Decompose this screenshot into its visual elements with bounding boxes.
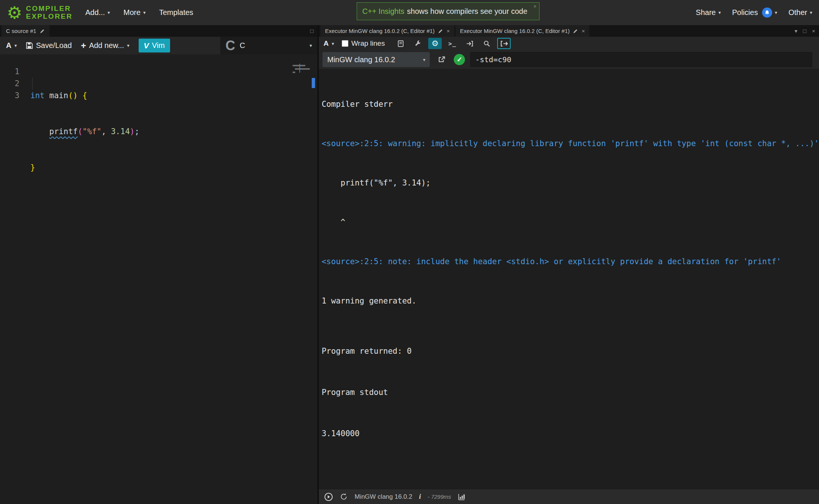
rename-pencil-icon[interactable]: [40, 28, 45, 34]
token-indent: [30, 127, 49, 136]
stdin-sign-in-icon[interactable]: [463, 38, 476, 49]
main-layout: C source #1 □ A ▾ Save/Load: [0, 25, 819, 504]
token-bracket: (): [68, 91, 78, 100]
compiler-options-input[interactable]: [470, 52, 812, 67]
tab-title: Executor MinGW clang 16.0.2 (C, Editor #…: [460, 28, 570, 34]
chevron-down-icon: ▾: [332, 41, 334, 46]
menu-templates-label: Templates: [159, 8, 193, 17]
run-play-icon[interactable]: [324, 492, 333, 501]
notification-text: shows how compilers see your code: [407, 7, 527, 16]
language-selector[interactable]: C C ▾: [220, 37, 317, 54]
stderr-caret-line: ^: [321, 216, 819, 229]
minimap-cursor: [299, 64, 300, 73]
code-line-2: printf("%f", 3.14);: [30, 126, 284, 138]
line-number: 3: [0, 90, 19, 102]
tab-executor-1[interactable]: Executor MinGW clang 16.0.2 (C, Editor #…: [320, 25, 454, 37]
token-semicolon: ;: [135, 127, 139, 136]
terminal-icon[interactable]: >_: [445, 38, 459, 49]
wrap-lines-label: Wrap lines: [351, 39, 385, 48]
menu-more[interactable]: More ▾: [124, 8, 146, 17]
menu-policies[interactable]: Policies ▾: [732, 7, 777, 18]
chevron-down-icon: ▾: [309, 43, 312, 48]
close-icon[interactable]: ×: [812, 28, 815, 34]
line-number-gutter[interactable]: 1 2 3: [0, 66, 19, 102]
minimap[interactable]: [293, 65, 309, 80]
refresh-icon[interactable]: [340, 493, 348, 501]
line-number: 2: [0, 78, 19, 90]
notification-close-icon[interactable]: ×: [534, 3, 537, 9]
save-load-button[interactable]: Save/Load: [26, 41, 72, 50]
logo-text: COMPILER EXPLORER: [26, 5, 73, 21]
open-output-sign-out-icon[interactable]: [497, 38, 511, 49]
executor-window-controls: ▾ □ ×: [795, 25, 819, 37]
info-icon[interactable]: i: [419, 493, 421, 501]
options-wrench-icon[interactable]: [411, 38, 424, 49]
font-size-label: A: [6, 41, 11, 50]
menu-other-label: Other: [788, 8, 807, 17]
menu-share[interactable]: Share ▾: [696, 8, 721, 17]
libraries-book-icon[interactable]: [394, 38, 407, 49]
stdout-heading: Program stdout: [321, 385, 819, 400]
notification-banner: C++ Insights shows how compilers see you…: [357, 2, 540, 20]
tab-close-icon[interactable]: ×: [447, 28, 450, 34]
menu-templates[interactable]: Templates: [159, 8, 193, 17]
tab-title: C source #1: [6, 28, 36, 34]
timing-chart-icon[interactable]: [458, 493, 465, 501]
stderr-source-line: printf("%f", 3.14);: [321, 176, 819, 190]
wrap-lines-checkbox[interactable]: Wrap lines: [342, 39, 385, 48]
compile-time: - 7299ms: [428, 494, 451, 500]
notification-link[interactable]: C++ Insights: [362, 7, 404, 16]
compiler-selector[interactable]: MinGW clang 16.0.2 ▾: [323, 52, 430, 67]
vim-label: Vim: [152, 41, 165, 50]
token-bracket: (: [78, 127, 82, 136]
tab-close-icon[interactable]: ×: [581, 28, 585, 34]
overrides-gears-icon[interactable]: ⚙: [428, 38, 442, 49]
stderr-heading: Compiler stderr: [321, 98, 819, 111]
menu-share-label: Share: [696, 8, 716, 17]
executor-output: Compiler stderr <source>:2:5: warning: i…: [319, 69, 819, 489]
maximize-icon[interactable]: □: [803, 28, 806, 34]
search-icon[interactable]: [480, 38, 493, 49]
tab-c-source-1[interactable]: C source #1: [1, 25, 49, 37]
code-editor[interactable]: 1 2 3 int main() { printf("%f", 3.14); }: [0, 54, 317, 504]
navbar-right: Share ▾ Policies ▾ Other ▾: [684, 7, 812, 18]
tab-executor-2[interactable]: Executor MinGW clang 16.0.2 (C, Editor #…: [456, 25, 589, 37]
menu-other[interactable]: Other ▾: [788, 8, 812, 17]
compiler-explorer-logo[interactable]: ⚙ COMPILER EXPLORER: [7, 4, 73, 21]
executor-toolbar: A ▾ Wrap lines ⚙ >_: [319, 37, 819, 50]
editor-pane: C source #1 □ A ▾ Save/Load: [0, 25, 317, 504]
token-bracket: {: [82, 91, 87, 100]
token-comma: ,: [102, 127, 111, 136]
chevron-down-icon: ▾: [423, 57, 426, 63]
executor-statusbar: MinGW clang 16.0.2 i - 7299ms: [319, 489, 819, 504]
chevron-down-icon: ▾: [775, 10, 777, 15]
add-new-button[interactable]: + Add new... ▾: [81, 40, 130, 51]
font-size-button[interactable]: A ▾: [6, 41, 17, 50]
tab-row-spacer: [51, 25, 310, 37]
token-bracket: ): [130, 127, 135, 136]
open-in-new-window-icon[interactable]: [435, 54, 448, 65]
compiler-row: MinGW clang 16.0.2 ▾ ✓: [319, 50, 819, 69]
token-identifier: main: [49, 91, 69, 100]
rename-pencil-icon[interactable]: [573, 28, 578, 34]
editor-toolbar: A ▾ Save/Load + Add new... ▾ V Vim C C: [0, 37, 317, 54]
code-content[interactable]: int main() { printf("%f", 3.14); }: [30, 66, 284, 197]
status-compiler-name: MinGW clang 16.0.2: [354, 493, 412, 501]
wrap-lines-input[interactable]: [342, 40, 348, 47]
menu-policies-label: Policies: [732, 8, 758, 17]
chevron-down-icon: ▾: [127, 43, 130, 48]
overview-ruler-warning-marker: [312, 78, 315, 88]
menu-add-label: Add...: [85, 8, 105, 17]
vim-toggle-button[interactable]: V Vim: [139, 39, 170, 52]
tab-row-spacer: [590, 25, 794, 37]
stdout-value: 3.140000: [321, 426, 819, 441]
menu-add[interactable]: Add... ▾: [85, 8, 110, 17]
rename-pencil-icon[interactable]: [438, 28, 443, 34]
add-new-label: Add new...: [89, 41, 124, 50]
maximize-icon[interactable]: □: [310, 28, 314, 34]
font-size-button[interactable]: A ▾: [323, 39, 334, 48]
token-keyword: int: [30, 91, 49, 100]
check-glyph: ✓: [457, 55, 462, 64]
tab-dropdown-icon[interactable]: ▾: [795, 28, 798, 34]
font-size-label: A: [323, 39, 329, 48]
